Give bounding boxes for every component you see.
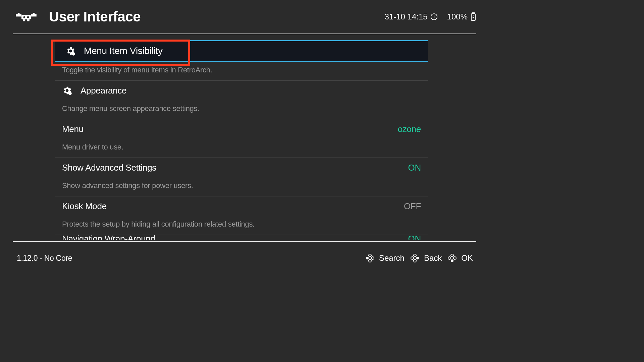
menu-item-label: Menu (62, 124, 398, 134)
gamepad-x-icon (364, 252, 376, 264)
menu-item-visibility[interactable]: Menu Item Visibility Toggle the visibili… (55, 40, 428, 81)
svg-point-24 (453, 257, 456, 259)
menu-item-menu-driver[interactable]: Menu ozone Menu driver to use. (55, 119, 428, 158)
svg-point-18 (414, 254, 416, 257)
battery-charging-icon (470, 12, 476, 21)
retroarch-logo-icon (13, 8, 40, 25)
menu-item-description: Menu driver to use. (55, 139, 428, 158)
hint-label: Back (424, 253, 442, 263)
svg-rect-4 (33, 13, 35, 15)
svg-point-20 (416, 257, 419, 259)
menu-item-value: ON (408, 235, 421, 240)
menu-item-label: Kiosk Mode (62, 201, 404, 212)
menu-item-label: Navigation Wrap-Around (62, 235, 408, 240)
menu-item-label: Appearance (80, 85, 421, 96)
svg-point-6 (27, 16, 29, 18)
page-title: User Interface (49, 9, 141, 25)
menu-item-value: ozone (398, 124, 421, 134)
status-area: 31-10 14:15 100% (385, 12, 477, 21)
svg-point-14 (369, 254, 371, 257)
footer-divider (13, 241, 476, 242)
svg-point-12 (72, 52, 75, 56)
menu-item-description: Show advanced settings for power users. (55, 177, 428, 196)
svg-point-23 (448, 257, 451, 259)
hint-label: OK (461, 253, 473, 263)
menu-item-value: OFF (404, 201, 421, 212)
hint-ok[interactable]: OK (446, 252, 473, 264)
menu-item-value: ON (408, 163, 421, 173)
svg-point-16 (371, 257, 374, 259)
menu-item-label: Show Advanced Settings (62, 163, 408, 173)
svg-rect-0 (21, 15, 31, 19)
settings-icon (62, 85, 80, 96)
hint-label: Search (379, 253, 405, 263)
gamepad-b-icon (409, 252, 421, 264)
menu-item-show-advanced[interactable]: Show Advanced Settings ON Show advanced … (55, 158, 428, 196)
clock-icon (430, 13, 438, 20)
version-text: 1.12.0 - No Core (17, 254, 72, 263)
svg-point-25 (451, 259, 453, 262)
menu-item-description: Change menu screen appearance settings. (55, 100, 428, 119)
battery-text: 100% (447, 12, 468, 21)
hint-back[interactable]: Back (409, 252, 442, 264)
menu-item-nav-wrap[interactable]: Navigation Wrap-Around ON (55, 235, 428, 240)
svg-rect-3 (18, 13, 20, 15)
gamepad-a-icon (446, 252, 458, 264)
svg-rect-7 (23, 19, 25, 21)
svg-point-19 (411, 257, 414, 259)
svg-point-15 (366, 257, 369, 259)
svg-point-22 (451, 254, 453, 257)
hint-search[interactable]: Search (364, 252, 405, 264)
settings-icon (65, 46, 84, 56)
header-divider (13, 34, 476, 34)
menu-item-description: Toggle the visibility of menu items in R… (55, 62, 428, 80)
menu-item-description: Protects the setup by hiding all configu… (55, 216, 428, 235)
svg-point-21 (414, 259, 416, 262)
header-bar: User Interface 31-10 14:15 100% (13, 0, 476, 34)
settings-list: Menu Item Visibility Toggle the visibili… (55, 40, 428, 240)
svg-point-13 (68, 92, 72, 95)
clock-text: 31-10 14:15 (385, 12, 428, 21)
menu-item-label: Menu Item Visibility (84, 46, 421, 56)
svg-rect-8 (27, 19, 30, 21)
svg-rect-11 (472, 13, 474, 14)
svg-point-17 (369, 259, 371, 262)
menu-item-kiosk-mode[interactable]: Kiosk Mode OFF Protects the setup by hid… (55, 196, 428, 235)
svg-point-5 (23, 16, 25, 18)
menu-item-appearance[interactable]: Appearance Change menu screen appearance… (55, 81, 428, 119)
footer-bar: 1.12.0 - No Core Search (17, 245, 473, 272)
